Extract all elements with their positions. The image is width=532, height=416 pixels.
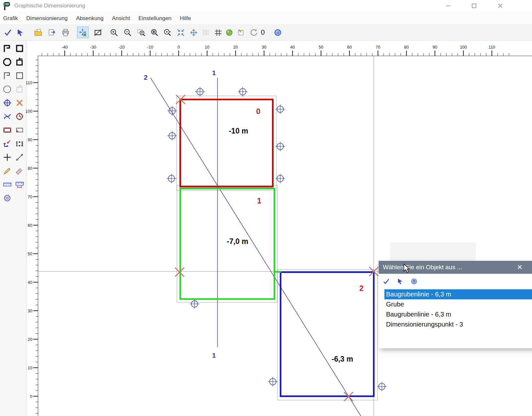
grube-2-index-label: 2	[360, 284, 364, 293]
svg-text:-40: -40	[62, 45, 68, 50]
svg-text:-10: -10	[147, 45, 153, 50]
dialog-close-icon[interactable]: ✕	[515, 263, 524, 272]
dialog-toolbar: ?	[379, 274, 532, 289]
dialog-shadow-artifact	[390, 242, 476, 260]
svg-text:30: 30	[262, 45, 266, 50]
svg-text:?: ?	[413, 279, 415, 283]
svg-text:90: 90	[433, 45, 437, 50]
svg-text:0: 0	[30, 394, 32, 399]
grube-2-depth-label: -6,3 m	[332, 355, 353, 363]
svg-text:-20: -20	[119, 45, 125, 50]
grube-0-depth-label: -10 m	[229, 127, 248, 135]
svg-text:100: 100	[460, 45, 467, 50]
svg-text:50: 50	[319, 45, 323, 50]
svg-text:80: 80	[404, 45, 409, 50]
grube-0-index-label: 0	[256, 107, 260, 116]
mouse-cursor	[403, 264, 411, 274]
svg-text:0: 0	[177, 45, 180, 50]
svg-text:60: 60	[28, 223, 32, 228]
svg-text:50: 50	[28, 251, 32, 256]
svg-text:1: 1	[212, 69, 216, 76]
svg-text:40: 40	[290, 45, 295, 50]
application-window: Graphische Dimensionierung GrafikDimensi…	[0, 0, 532, 416]
svg-text:20: 20	[233, 45, 238, 50]
dialog-select-arrow-icon[interactable]	[396, 278, 404, 285]
svg-text:60: 60	[347, 45, 352, 50]
svg-text:40: 40	[28, 280, 32, 285]
svg-text:2: 2	[144, 74, 148, 81]
svg-text:90: 90	[28, 137, 32, 142]
svg-text:1: 1	[212, 352, 216, 359]
svg-text:10: 10	[28, 365, 32, 370]
dialog-titlebar[interactable]: Wählen Sie ein Objekt aus ... ✕	[379, 261, 532, 274]
grube-1-index-label: 1	[257, 197, 261, 205]
canvas-bg[interactable]	[38, 56, 532, 416]
object-list: Baugrubenlinie - 6,3 mGrubeBaugrubenlini…	[384, 289, 532, 329]
svg-text:80: 80	[28, 166, 32, 171]
dialog-title: Wählen Sie ein Objekt aus ...	[383, 264, 462, 271]
dialog-confirm-icon[interactable]	[382, 278, 390, 285]
svg-text:100: 100	[25, 109, 32, 114]
object-list-item[interactable]: Baugrubenlinie - 6,3 m	[384, 309, 532, 319]
svg-text:70: 70	[376, 45, 380, 50]
svg-text:110: 110	[26, 80, 32, 85]
object-list-item[interactable]: Dimensionierungspunkt - 3	[384, 319, 532, 329]
grube-1-depth-label: -7,0 m	[227, 237, 248, 246]
object-select-dialog: Wählen Sie ein Objekt aus ... ✕ ? Baugru…	[379, 261, 532, 348]
svg-text:70: 70	[28, 194, 32, 199]
object-list-item[interactable]: Baugrubenlinie - 6,3 m	[384, 289, 532, 299]
svg-text:-30: -30	[90, 45, 96, 50]
svg-text:10: 10	[205, 45, 209, 50]
object-list-item[interactable]: Grube	[384, 299, 532, 309]
svg-text:20: 20	[28, 337, 32, 342]
dialog-help-icon[interactable]: ?	[410, 278, 418, 285]
drawing-canvas[interactable]: -40-30-20-100102030405060708090100110110…	[0, 0, 532, 416]
svg-text:30: 30	[28, 308, 32, 313]
svg-text:110: 110	[489, 45, 495, 50]
